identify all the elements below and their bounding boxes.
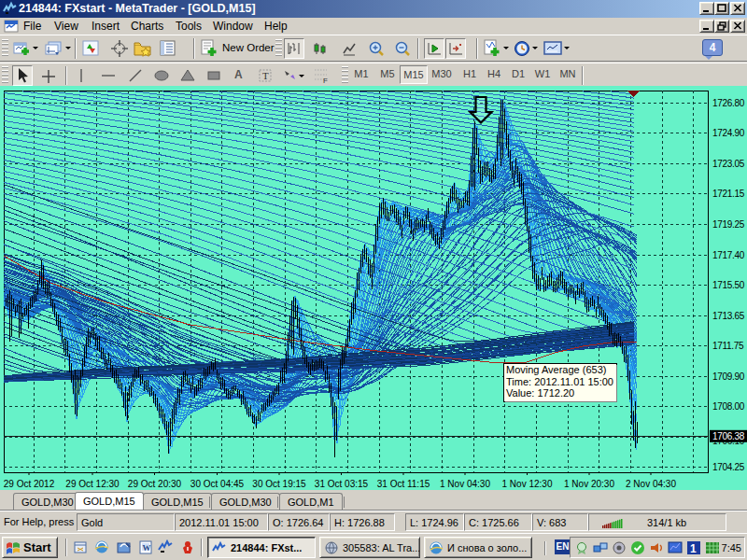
svg-text:1 Nov 20:30: 1 Nov 20:30: [564, 479, 614, 489]
svg-text:31 Oct 11:15: 31 Oct 11:15: [377, 479, 430, 489]
svg-text:29 Oct 2012: 29 Oct 2012: [4, 479, 55, 489]
svg-text:1 Nov 12:30: 1 Nov 12:30: [502, 479, 553, 489]
svg-text:29 Oct 12:30: 29 Oct 12:30: [65, 479, 120, 489]
svg-text:1711.75: 1711.75: [712, 341, 744, 351]
svg-text:29 Oct 20:30: 29 Oct 20:30: [128, 479, 182, 489]
svg-text:1704.25: 1704.25: [712, 462, 745, 472]
svg-text:1708.00: 1708.00: [712, 401, 745, 412]
svg-text:T: T: [262, 70, 269, 81]
svg-text:1709.90: 1709.90: [712, 371, 745, 382]
svg-text:F: F: [323, 77, 328, 84]
svg-text:1724.90: 1724.90: [712, 128, 745, 138]
svg-text:1723.05: 1723.05: [712, 159, 745, 169]
svg-text:1719.25: 1719.25: [712, 219, 745, 230]
svg-text:31 Oct 03:15: 31 Oct 03:15: [315, 479, 369, 489]
svg-text:1721.15: 1721.15: [712, 189, 745, 199]
svg-text:1715.50: 1715.50: [712, 280, 745, 290]
svg-text:30 Oct 04:45: 30 Oct 04:45: [190, 479, 245, 489]
svg-text:1 Nov 04:30: 1 Nov 04:30: [440, 479, 490, 489]
svg-text:Value: 1712.20: Value: 1712.20: [506, 387, 574, 399]
svg-text:Moving Average (653): Moving Average (653): [506, 364, 606, 375]
svg-text:Time: 2012.11.01 15:00: Time: 2012.11.01 15:00: [506, 376, 613, 387]
svg-text:1706.38: 1706.38: [712, 431, 745, 441]
svg-text:30 Oct 19:15: 30 Oct 19:15: [252, 479, 306, 489]
svg-text:1713.65: 1713.65: [712, 311, 745, 321]
svg-text:1717.40: 1717.40: [712, 250, 745, 260]
svg-text:2 Nov 04:30: 2 Nov 04:30: [626, 479, 676, 489]
svg-text:1: 1: [690, 542, 697, 555]
svg-text:W: W: [143, 543, 151, 553]
svg-text:1726.80: 1726.80: [712, 98, 745, 108]
